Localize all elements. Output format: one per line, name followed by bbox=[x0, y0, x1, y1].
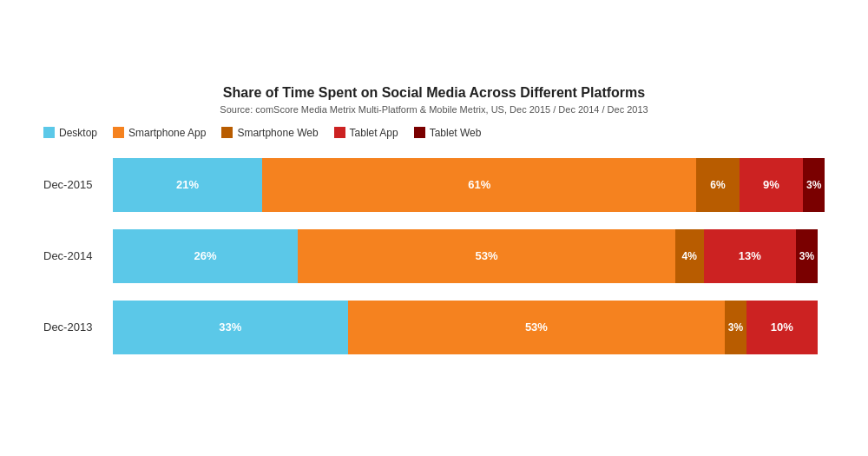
bar-segment-0: 26% bbox=[113, 229, 298, 283]
bar-segment-0: 33% bbox=[113, 301, 348, 354]
bar-segment-0: 21% bbox=[113, 158, 262, 212]
tablet-app-legend-label: Tablet App bbox=[350, 127, 398, 139]
bar-segment-3: 9% bbox=[740, 158, 804, 212]
bar-segment-1: 61% bbox=[262, 158, 696, 212]
tablet-web-legend-label: Tablet Web bbox=[430, 127, 482, 139]
bar-segment-4: 3% bbox=[803, 158, 825, 212]
bar-segment-4: 3% bbox=[796, 229, 818, 283]
bar-row-dec2013: Dec-201333%53%3%10% bbox=[43, 301, 825, 354]
legend-item-smartphone-web: Smartphone Web bbox=[221, 127, 318, 139]
smartphone-web-legend-swatch bbox=[221, 127, 233, 138]
bar-segment-2: 3% bbox=[725, 301, 746, 354]
bar-row-label: Dec-2014 bbox=[43, 249, 113, 262]
bar-track: 21%61%6%9%3% bbox=[113, 158, 825, 212]
bar-segment-3: 10% bbox=[746, 301, 818, 354]
desktop-legend-label: Desktop bbox=[59, 127, 97, 139]
chart-legend: DesktopSmartphone AppSmartphone WebTable… bbox=[43, 127, 825, 139]
legend-item-desktop: Desktop bbox=[43, 127, 97, 139]
bar-segment-1: 53% bbox=[298, 229, 675, 283]
legend-item-smartphone-app: Smartphone App bbox=[113, 127, 206, 139]
tablet-web-legend-swatch bbox=[414, 127, 425, 138]
bar-segment-2: 4% bbox=[675, 229, 704, 283]
smartphone-app-legend-swatch bbox=[113, 127, 124, 138]
bar-segment-1: 53% bbox=[348, 301, 726, 354]
bar-row-dec2014: Dec-201426%53%4%13%3% bbox=[43, 229, 825, 283]
bar-segment-3: 13% bbox=[704, 229, 797, 283]
bar-row-dec2015: Dec-201521%61%6%9%3% bbox=[43, 158, 825, 212]
bar-track: 26%53%4%13%3% bbox=[113, 229, 825, 283]
bar-row-label: Dec-2015 bbox=[43, 178, 113, 191]
smartphone-app-legend-label: Smartphone App bbox=[128, 127, 206, 139]
legend-item-tablet-app: Tablet App bbox=[334, 127, 398, 139]
chart-source: Source: comScore Media Metrix Multi-Plat… bbox=[43, 104, 825, 115]
chart-container: Share of Time Spent on Social Media Acro… bbox=[35, 68, 833, 389]
tablet-app-legend-swatch bbox=[334, 127, 345, 138]
bar-row-label: Dec-2013 bbox=[43, 321, 113, 334]
smartphone-web-legend-label: Smartphone Web bbox=[237, 127, 318, 139]
bar-segment-2: 6% bbox=[696, 158, 739, 212]
legend-item-tablet-web: Tablet Web bbox=[414, 127, 482, 139]
bar-track: 33%53%3%10% bbox=[113, 301, 825, 354]
chart-title: Share of Time Spent on Social Media Acro… bbox=[43, 85, 825, 101]
desktop-legend-swatch bbox=[43, 127, 55, 138]
